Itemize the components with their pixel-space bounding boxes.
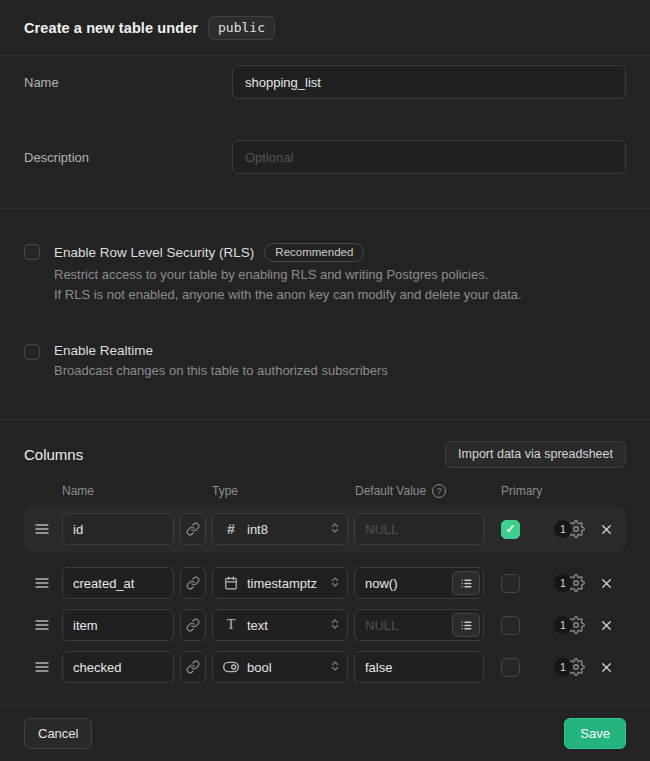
columns-section: Columns Import data via spreadsheet Name… [0, 420, 650, 705]
header-type: Type [212, 484, 355, 498]
column-row: T text ✓ 1 [24, 608, 626, 642]
realtime-checkbox[interactable] [24, 344, 40, 360]
rls-checkbox[interactable] [24, 244, 40, 260]
type-select[interactable]: T text [212, 609, 348, 641]
rls-option: Enable Row Level Security (RLS) Recommen… [24, 243, 626, 305]
type-select[interactable]: timestamptz [212, 567, 348, 599]
type-select[interactable]: bool [212, 651, 348, 683]
remove-column-icon[interactable] [599, 660, 614, 675]
default-value-menu-icon[interactable] [452, 571, 480, 595]
header-default-value: Default Value [355, 484, 426, 498]
chevrons-up-down-icon [329, 618, 341, 633]
schema-badge: public [208, 16, 275, 40]
settings-count-badge: 1 [554, 520, 572, 538]
drag-handle-icon[interactable] [34, 617, 52, 633]
toggles-section: Enable Row Level Security (RLS) Recommen… [0, 209, 650, 420]
chevrons-up-down-icon [329, 522, 341, 537]
default-value-input[interactable] [354, 651, 484, 683]
text-icon: T [223, 617, 239, 633]
drag-handle-icon[interactable] [34, 659, 52, 675]
header-name: Name [62, 484, 212, 498]
chevrons-up-down-icon [329, 660, 341, 675]
header-primary: Primary [501, 484, 542, 498]
dialog-title: Create a new table under [24, 20, 198, 36]
column-name-input[interactable] [62, 651, 174, 683]
column-row: bool ✓ 1 [24, 650, 626, 684]
hash-icon: # [223, 521, 239, 537]
remove-column-icon[interactable] [599, 618, 614, 633]
column-headers: Name Type Default Value ? Primary [24, 484, 626, 498]
drag-handle-icon[interactable] [34, 575, 52, 591]
realtime-option: Enable Realtime Broadcast changes on thi… [24, 343, 626, 381]
dialog-footer: Cancel Save [0, 705, 650, 761]
calendar-icon [223, 576, 239, 590]
column-row: timestamptz ✓ 1 [24, 566, 626, 600]
help-icon[interactable]: ? [432, 484, 446, 498]
foreign-key-icon[interactable] [180, 567, 206, 599]
column-row: # int8 ✓ 1 [24, 506, 626, 552]
foreign-key-icon[interactable] [180, 609, 206, 641]
table-info-section: Name Description [0, 56, 650, 209]
cancel-button[interactable]: Cancel [24, 718, 92, 749]
settings-count-badge: 1 [554, 616, 572, 634]
default-value-input [354, 513, 484, 545]
save-button[interactable]: Save [564, 718, 626, 749]
dialog-header: Create a new table under public [0, 0, 650, 56]
remove-column-icon[interactable] [599, 522, 614, 537]
import-spreadsheet-button[interactable]: Import data via spreadsheet [445, 441, 626, 468]
default-value-menu-icon[interactable] [452, 613, 480, 637]
primary-checkbox[interactable]: ✓ [501, 574, 520, 593]
foreign-key-icon[interactable] [180, 513, 206, 545]
column-name-input[interactable] [62, 609, 174, 641]
settings-count-badge: 1 [554, 658, 572, 676]
rls-label: Enable Row Level Security (RLS) [54, 245, 254, 260]
table-name-input[interactable] [232, 65, 626, 99]
chevrons-up-down-icon [329, 576, 341, 591]
primary-checkbox[interactable]: ✓ [501, 616, 520, 635]
column-name-input[interactable] [62, 567, 174, 599]
type-select[interactable]: # int8 [212, 513, 348, 545]
drag-handle-icon[interactable] [34, 521, 52, 537]
name-label: Name [24, 65, 232, 90]
description-label: Description [24, 140, 232, 165]
rls-description-line2: If RLS is not enabled, anyone with the a… [54, 285, 522, 305]
realtime-description: Broadcast changes on this table to autho… [54, 361, 388, 381]
columns-title: Columns [24, 446, 83, 463]
toggle-icon [223, 659, 239, 675]
remove-column-icon[interactable] [599, 576, 614, 591]
recommended-badge: Recommended [264, 243, 364, 262]
column-name-input[interactable] [62, 513, 174, 545]
primary-checkbox[interactable]: ✓ [501, 520, 520, 539]
settings-count-badge: 1 [554, 574, 572, 592]
table-description-input[interactable] [232, 140, 626, 174]
realtime-label: Enable Realtime [54, 343, 153, 358]
primary-checkbox[interactable]: ✓ [501, 658, 520, 677]
foreign-key-icon[interactable] [180, 651, 206, 683]
rls-description-line1: Restrict access to your table by enablin… [54, 265, 522, 285]
